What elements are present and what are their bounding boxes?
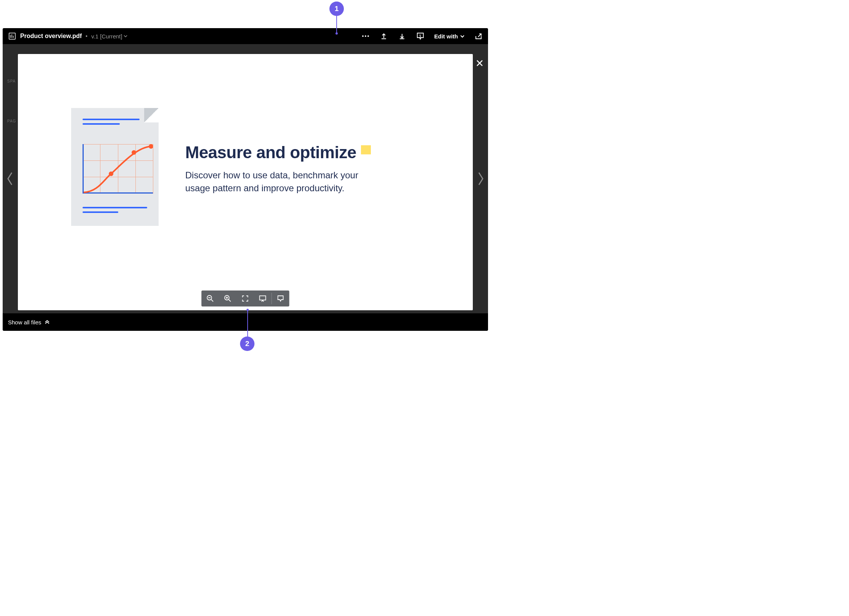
file-preview-window: Product overview.pdf • v.1 [Current] 1: [3, 28, 488, 331]
share-icon[interactable]: [474, 32, 483, 40]
file-icon: [8, 32, 16, 40]
version-label: v.1 [Current]: [91, 33, 122, 40]
comments-icon[interactable]: 1: [416, 32, 424, 40]
separator-dot: •: [86, 33, 87, 39]
edit-with-label: Edit with: [434, 33, 458, 40]
show-all-files-label: Show all files: [8, 319, 41, 325]
more-menu-icon[interactable]: [361, 32, 370, 40]
svg-point-2: [365, 35, 366, 37]
upload-icon[interactable]: [380, 32, 388, 40]
version-dropdown[interactable]: v.1 [Current]: [91, 33, 127, 40]
slide-title-row: Measure and optimize: [185, 143, 450, 162]
svg-point-5: [132, 150, 136, 155]
svg-point-3: [367, 35, 369, 37]
zoom-out-button[interactable]: [202, 291, 219, 306]
bg-sidebar-heading: SPA: [3, 78, 18, 84]
callout-badge-1: 1: [329, 2, 344, 16]
comment-count: 1: [419, 34, 421, 38]
preview-footer: Show all files: [3, 313, 488, 331]
previous-button[interactable]: [3, 167, 16, 190]
slide-description: Discover how to use data, benchmark your…: [185, 169, 368, 194]
next-button[interactable]: [474, 167, 487, 190]
presentation-button[interactable]: [254, 291, 272, 306]
sticky-note-icon[interactable]: [361, 145, 371, 154]
preview-header: Product overview.pdf • v.1 [Current] 1: [3, 28, 488, 44]
preview-body: SPA PAG: [3, 44, 488, 313]
slide-content: Measure and optimize Discover how to use…: [18, 54, 473, 310]
header-left: Product overview.pdf • v.1 [Current]: [8, 32, 358, 40]
edit-with-dropdown[interactable]: Edit with: [434, 33, 465, 40]
close-button[interactable]: [474, 58, 485, 68]
callout-number: 1: [335, 5, 339, 13]
download-icon[interactable]: [398, 32, 406, 40]
svg-rect-9: [260, 296, 266, 300]
slide-title: Measure and optimize: [185, 143, 356, 162]
fullscreen-button[interactable]: [237, 291, 254, 306]
svg-rect-0: [9, 33, 16, 40]
svg-point-1: [362, 35, 364, 37]
svg-point-4: [109, 171, 113, 176]
document-illustration: [71, 108, 159, 226]
callout-line-2: [247, 310, 248, 337]
show-all-files-toggle[interactable]: Show all files: [8, 319, 50, 325]
bg-sidebar-heading: PAG: [3, 118, 18, 124]
callout-number: 2: [245, 340, 250, 348]
viewer-toolbar: [202, 291, 289, 306]
zoom-in-button[interactable]: [219, 291, 237, 306]
add-comment-button[interactable]: [272, 291, 289, 306]
file-name: Product overview.pdf: [20, 33, 82, 40]
callout-badge-2: 2: [240, 337, 254, 351]
document-page: Measure and optimize Discover how to use…: [18, 54, 473, 310]
slide-text-block: Measure and optimize Discover how to use…: [185, 139, 450, 194]
svg-point-6: [149, 144, 153, 149]
callout-line-1: [336, 16, 337, 33]
header-actions: 1 Edit with: [361, 32, 483, 40]
